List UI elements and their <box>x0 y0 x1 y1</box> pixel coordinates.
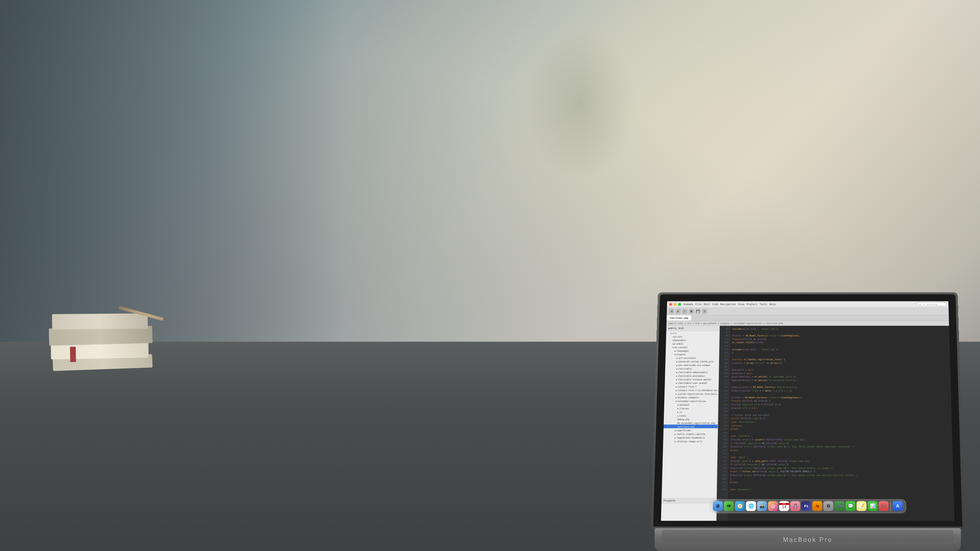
tree-item-languages[interactable]: ▶languages <box>666 349 719 352</box>
mac-dock: 🖥 🗺 🧭 🌐 📸 🌸 JUL <box>709 499 906 514</box>
projects-panel: Projects ⚙ <box>661 498 717 521</box>
tree-item-functions[interactable]: functions.php <box>663 425 717 429</box>
code-line-98: $fields = ER_Model_Factory('Field')->loa… <box>732 334 947 337</box>
dock-illustrator[interactable]: Ai <box>812 501 822 511</box>
dock-itunes[interactable]: 🎵 <box>790 501 800 511</box>
tree-item-wpadmin[interactable]: wp-admin <box>666 342 719 345</box>
code-line-138: $results['errors'][$field['unique_name']… <box>730 473 951 477</box>
code-line-124: continue; <box>731 424 950 427</box>
menu-edit[interactable]: Edit <box>704 303 710 305</box>
menu-tools[interactable]: Tools <box>760 303 767 305</box>
tree-item-db-extended[interactable]: db-extended-registration.php <box>664 421 718 425</box>
macbook-pro-label: MacBook Pro <box>783 536 832 543</box>
tree-item-phpmyadmin[interactable]: phpmyadmin <box>666 338 719 342</box>
file-tree: public_html ▶src cgi-bin phpmyadmin wp-a… <box>662 326 720 498</box>
tree-item-char-avatar[interactable]: ▶charitable-user-avatar <box>665 381 719 385</box>
code-line-120 <box>731 410 949 413</box>
save-button[interactable]: 💾 <box>696 309 701 314</box>
tree-item-views[interactable]: ▶views <box>664 414 718 417</box>
dock-finder[interactable]: 🖥 <box>713 501 723 511</box>
code-line-131: break; <box>730 448 950 452</box>
dock-photos[interactable]: 🌸 <box>768 501 778 511</box>
tree-item-classes[interactable]: ▶classes <box>664 406 718 410</box>
background-scene: Komodo File Edit Code Navigation View Pr… <box>0 0 980 551</box>
tree-item-layerslider[interactable]: ▶LayerSlider <box>663 428 718 432</box>
search-placeholder: Go to Anything <box>919 303 938 305</box>
forward-button[interactable]: ▶ <box>676 309 681 314</box>
run-button[interactable]: ▷ <box>682 309 688 314</box>
menu-code[interactable]: Code <box>712 303 718 305</box>
tree-item-plugins[interactable]: ▼plugins <box>666 352 719 356</box>
tree-item-wpcontent[interactable]: ▼wp-content <box>666 345 719 349</box>
code-line-132 <box>730 452 951 455</box>
dock-facetime[interactable]: 📹 <box>835 501 844 511</box>
tree-item-cf7db[interactable]: ▶contact-form-7-to-database-extension <box>665 388 718 392</box>
tree-item-char-anon[interactable]: ▶charitable-anonymous <box>665 374 719 377</box>
tree-item-disable-comments[interactable]: ▶disable-comments <box>664 395 718 399</box>
close-button[interactable] <box>669 303 672 305</box>
dock-system-prefs[interactable]: ⚙ <box>823 501 833 511</box>
code-line-126 <box>731 431 950 434</box>
tree-item-char-license[interactable]: ▶charitable-license-master <box>665 377 719 381</box>
code-line-112 <box>732 382 949 385</box>
tree-item-cf7[interactable]: ▶contact-form-7 <box>665 385 718 388</box>
dock-appstore[interactable]: A <box>893 501 903 511</box>
code-line-105: function er_handle_registration_form() { <box>732 358 948 361</box>
menu-file[interactable]: File <box>695 303 701 305</box>
code-content[interactable]: include($view_path . 'header.php'); $fie… <box>727 326 954 521</box>
tree-item-debug[interactable]: debug.php <box>664 417 718 421</box>
stop-button[interactable]: ■ <box>689 309 694 314</box>
tree-item-ann[interactable]: ▶ann-shortcode-any-widget <box>665 363 719 367</box>
code-line-97 <box>732 331 947 334</box>
ide-toolbar: ◀ ▶ ▷ ■ 💾 ⚙ <box>667 308 949 315</box>
laptop: Komodo File Edit Code Navigation View Pr… <box>635 276 980 551</box>
breadcrumb: public_html > src > lib > wp-content > p… <box>666 321 949 326</box>
book-band <box>70 347 76 362</box>
dock-divider <box>890 502 891 511</box>
minimize-button[interactable] <box>674 303 677 305</box>
menu-komodo[interactable]: Komodo <box>684 303 693 305</box>
dock-chrome[interactable]: 🌐 <box>746 501 756 511</box>
code-line-142: case 'password': <box>730 488 951 491</box>
tree-item-relative-img[interactable]: ▶relative-image-urls <box>663 439 717 443</box>
dock-music[interactable]: 🎶 <box>879 501 889 511</box>
code-line-114: $registration['title'] = date('Y-m-d H:i… <box>731 389 949 392</box>
code-line-96: include($view_path . 'header.php'); <box>732 327 947 331</box>
tree-item-regen-thumb[interactable]: ▶regenerate-thumbnails <box>663 435 718 439</box>
ide-app: Komodo File Edit Code Navigation View Pr… <box>661 301 955 521</box>
settings-button[interactable]: ⚙ <box>702 309 707 314</box>
code-editor: 96979899100 101102103104105 106107108109… <box>716 326 954 521</box>
menu-navigation[interactable]: Navigation <box>720 303 736 305</box>
tree-item-acf[interactable]: ▶acf-accordion <box>665 356 719 359</box>
code-line-117: foreach ($fields as $field) { <box>731 399 949 403</box>
tree-item-src[interactable]: ▶src <box>666 331 719 334</box>
dock-messages[interactable]: 💬 <box>845 501 855 511</box>
menu-help[interactable]: Help <box>769 303 776 305</box>
code-line-133: case 'email': <box>730 455 951 459</box>
dock-photos-app[interactable]: 📸 <box>757 501 767 511</box>
tree-item-js[interactable]: ▶js <box>664 410 718 414</box>
menu-project[interactable]: Project <box>746 303 757 305</box>
tree-item-custom-reg[interactable]: ▶custom-registration-form-builder-with-s… <box>665 392 719 395</box>
code-line-101 <box>732 344 947 347</box>
tree-item-extended-reg[interactable]: ▼extended-registration <box>664 399 718 403</box>
dock-maps[interactable]: 🗺 <box>724 501 734 511</box>
tree-item-backend[interactable]: ▶backend <box>664 403 718 406</box>
tab-functions-php[interactable]: functions.php <box>666 315 691 321</box>
dock-photos-viewer[interactable]: Ps <box>801 501 811 511</box>
dock-safari[interactable]: 🧭 <box>735 501 745 511</box>
go-to-anything-search[interactable]: Go to Anything <box>917 302 946 306</box>
tree-item-cgi[interactable]: cgi-bin <box>666 335 719 338</box>
dock-numbers[interactable]: 📊 <box>867 501 877 511</box>
tree-item-acf-pro[interactable]: ▶advanced-custom-fields-pro <box>665 359 719 363</box>
code-line-100: er_render_field($field); <box>732 341 947 344</box>
dock-notes[interactable]: 📝 <box>856 501 866 511</box>
dock-calendar[interactable]: JUL 14 <box>779 501 789 511</box>
code-line-129: if ($field['required'] && !$field['value… <box>730 441 950 445</box>
tree-item-captcha[interactable]: ▶really-simple-captcha <box>663 432 718 436</box>
tree-item-char-amb[interactable]: ▶charitable-ambassadors <box>665 370 719 374</box>
menu-view[interactable]: View <box>738 303 744 305</box>
tree-item-charitable[interactable]: ▶charitable <box>665 367 719 370</box>
back-button[interactable]: ◀ <box>669 309 674 314</box>
maximize-button[interactable] <box>678 303 681 305</box>
